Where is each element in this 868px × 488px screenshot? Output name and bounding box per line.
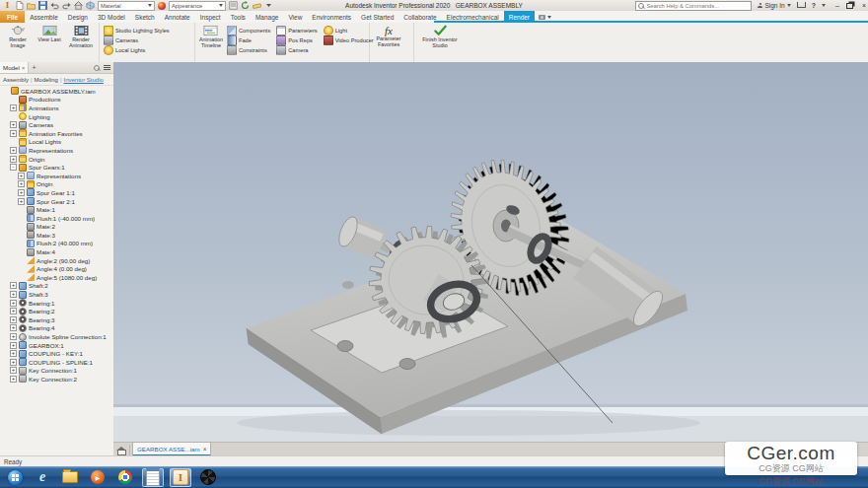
viewport[interactable]: Animation Timeline ◀ ◀ 15.0 s ▶ ▶ Camera… (113, 62, 868, 442)
cameras-button[interactable]: Cameras (104, 35, 170, 44)
tab-annotate[interactable]: Annotate (160, 11, 195, 23)
appearance-swatch-icon[interactable] (158, 2, 166, 10)
minimize-button[interactable]: – (835, 2, 839, 9)
restore-button[interactable] (846, 3, 853, 9)
tab-view[interactable]: View (283, 11, 307, 23)
taskbar-sticky-notes-button[interactable] (142, 468, 164, 487)
store-cart-icon[interactable] (797, 2, 806, 8)
taskbar-media-player-button[interactable]: ▶ (87, 468, 108, 487)
tree-item-mate-2[interactable]: +Mate:2 (0, 223, 113, 232)
tree-expand-toggle[interactable]: + (10, 342, 17, 349)
measure-icon[interactable] (253, 1, 261, 10)
tree-item-spur-gear-1-1[interactable]: +Spur Gear 1:1 (0, 188, 113, 197)
render-image-button[interactable]: Render Image (4, 24, 32, 49)
tree-expand-toggle[interactable]: + (10, 291, 17, 298)
tree-item-cameras[interactable]: +Cameras (0, 120, 113, 129)
sign-in-button[interactable]: Sign In (758, 2, 790, 9)
tree-item-bearing-3[interactable]: +Bearing:3 (0, 315, 113, 324)
tree-item-representations[interactable]: +Representations (0, 146, 113, 155)
tab-file[interactable]: File (0, 11, 25, 23)
taskbar-folder-button[interactable] (59, 468, 81, 487)
tree-item-lighting[interactable]: +Lighting (0, 112, 113, 121)
tree-item-spur-gear-2-1[interactable]: +Spur Gear 2:1 (0, 197, 113, 206)
tab-get-started[interactable]: Get Started (356, 11, 398, 23)
tree-expand-toggle[interactable]: + (10, 333, 17, 340)
ribbon-button-parameters[interactable]: Parameters (276, 26, 317, 35)
document-tab-close-icon[interactable]: × (203, 446, 207, 453)
ribbon-button-components[interactable]: Components (227, 26, 270, 35)
appearance-dropdown[interactable]: Appearance (169, 1, 226, 11)
taskbar-screen-recorder-button[interactable] (197, 468, 219, 487)
tree-item-bearing-4[interactable]: +Bearing:4 (0, 324, 113, 333)
tree-item-bearing-2[interactable]: +Bearing:2 (0, 307, 113, 315)
tab-environments[interactable]: Environments (307, 11, 356, 23)
iproperties-icon[interactable] (229, 1, 238, 10)
tree-item-local-lights[interactable]: +Local Lights (0, 138, 113, 147)
tree-item-flush-1-40-000-mm[interactable]: +Flush:1 (-40.000 mm) (0, 214, 113, 223)
render-animation-button[interactable]: Render Animation (67, 24, 95, 49)
environment-link-inventor-studio[interactable]: Inventor Studio (64, 77, 104, 83)
tab-tools[interactable]: Tools (226, 11, 251, 23)
tree-expand-toggle[interactable]: + (10, 156, 17, 163)
tree-expand-toggle[interactable]: + (10, 376, 17, 383)
update-icon[interactable] (241, 1, 250, 10)
browser-search-icon[interactable] (94, 65, 100, 71)
redo-icon[interactable] (62, 1, 71, 10)
tree-item-gearbox-1[interactable]: +GEARBOX:1 (0, 341, 113, 350)
add-browser-tab-button[interactable]: + (29, 64, 38, 71)
tree-expand-toggle[interactable]: + (10, 130, 17, 137)
tree-item-mate-3[interactable]: +Mate:3 (0, 231, 113, 240)
tree-expand-toggle[interactable]: + (18, 198, 25, 205)
tree-expand-toggle[interactable]: + (10, 282, 17, 289)
tree-item-angle-5-1080-00-deg[interactable]: +Angle:5 (1080.00 deg) (0, 273, 113, 282)
tab-sketch[interactable]: Sketch (130, 11, 160, 23)
chevron-down-icon[interactable] (822, 4, 826, 7)
document-tab[interactable]: GEARBOX ASSE...iam × (132, 442, 211, 456)
ribbon-button-fade[interactable]: Fade (227, 35, 270, 44)
finish-inventor-studio-button[interactable]: Finish Inventor Studio (418, 24, 462, 49)
tree-expand-toggle[interactable]: - (10, 164, 17, 171)
tree-item-angle-4-0-00-deg[interactable]: +Angle:4 (0.00 deg) (0, 264, 113, 273)
tree-item-productions[interactable]: +Productions (0, 96, 113, 105)
tree-item-key-connection-2[interactable]: +Key Connection:2 (0, 375, 113, 383)
tree-item-animations[interactable]: +Animations (0, 104, 113, 112)
tree-expand-toggle[interactable]: + (10, 350, 17, 357)
animation-timeline-button[interactable]: Animation Timeline (199, 24, 223, 49)
ribbon-button-camera[interactable]: Camera (276, 45, 317, 54)
browser-tab-model[interactable]: Model × (0, 62, 29, 73)
ribbon-button-light[interactable]: Light (324, 26, 374, 35)
tree-item-origin[interactable]: +Origin (0, 155, 113, 164)
tree-expand-toggle[interactable]: + (18, 180, 25, 187)
tree-item-representations[interactable]: +Representations (0, 172, 113, 180)
home-icon[interactable] (74, 1, 83, 10)
material-dropdown[interactable]: Material (98, 1, 155, 11)
tab-assemble[interactable]: Assemble (25, 11, 63, 23)
ribbon-button-video-producer[interactable]: Video Producer (324, 35, 374, 44)
tree-item-involute-spline-connection-1[interactable]: +Involute Spline Connection:1 (0, 332, 113, 341)
tree-item-spur-gears-1[interactable]: -Spur Gears:1 (0, 163, 113, 172)
tree-expand-toggle[interactable]: + (10, 105, 17, 111)
tree-item-coupling-key-1[interactable]: +COUPLING - KEY:1 (0, 349, 113, 358)
taskbar-start-button[interactable] (4, 468, 26, 487)
save-icon[interactable] (38, 1, 47, 10)
tree-expand-toggle[interactable]: + (18, 173, 25, 179)
tab-manage[interactable]: Manage (251, 11, 284, 23)
local-lights-button[interactable]: Local Lights (104, 45, 170, 54)
tree-expand-toggle[interactable]: + (10, 324, 17, 331)
new-file-icon[interactable] (15, 1, 24, 10)
ribbon-button-pos-reps[interactable]: Pos Reps (276, 35, 317, 44)
environment-link-modeling[interactable]: Modeling (35, 77, 58, 83)
taskbar-chrome-button[interactable] (114, 468, 136, 487)
help-icon[interactable]: ? (812, 2, 816, 9)
tree-expand-toggle[interactable]: + (10, 359, 17, 366)
search-input[interactable]: Search Help & Commands... (635, 1, 752, 11)
tree-expand-toggle[interactable]: + (10, 367, 17, 374)
taskbar-internet-explorer-button[interactable]: e (32, 468, 53, 487)
tree-item-coupling-spline-1[interactable]: +COUPLING - SPLINE:1 (0, 358, 113, 367)
tree-item-key-connection-1[interactable]: +Key Connection:1 (0, 367, 113, 376)
studio-lighting-styles-button[interactable]: Studio Lighting Styles (104, 26, 170, 35)
taskbar-inventor-button[interactable]: I (170, 468, 191, 487)
parameter-favorites-button[interactable]: fx Parameter Favorites (374, 24, 403, 48)
tree-expand-toggle[interactable]: + (10, 308, 17, 314)
tab-3d-model[interactable]: 3D Model (93, 11, 130, 23)
